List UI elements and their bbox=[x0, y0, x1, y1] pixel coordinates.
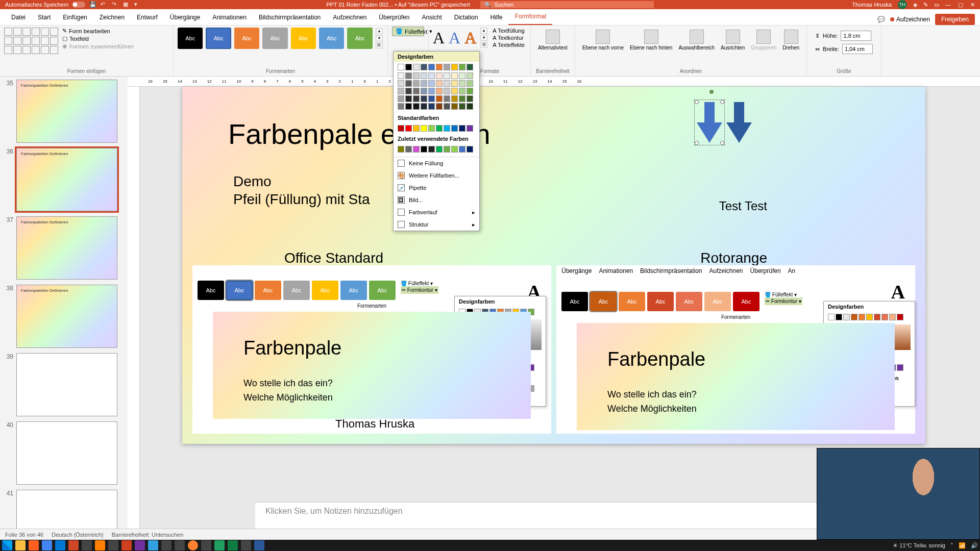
thumbnail-slide[interactable] bbox=[16, 490, 117, 529]
color-swatch[interactable] bbox=[421, 72, 427, 79]
color-swatch[interactable] bbox=[405, 88, 412, 94]
tab-bildschirm[interactable]: Bildschirmpräsentation bbox=[253, 10, 327, 25]
redo-icon[interactable]: ↷ bbox=[112, 1, 119, 8]
drehen-button[interactable]: Drehen bbox=[779, 28, 802, 53]
color-swatch[interactable] bbox=[451, 72, 458, 79]
color-swatch[interactable] bbox=[405, 64, 412, 70]
thumbnail-item[interactable]: 39 bbox=[3, 353, 125, 416]
shape-icon[interactable] bbox=[22, 46, 31, 54]
color-swatch[interactable] bbox=[451, 103, 458, 110]
color-swatch[interactable] bbox=[421, 103, 427, 110]
color-swatch[interactable] bbox=[413, 146, 420, 153]
rotation-handle[interactable] bbox=[709, 90, 714, 94]
comment-icon[interactable]: 💬 bbox=[877, 16, 885, 23]
color-swatch[interactable] bbox=[398, 95, 404, 102]
color-swatch[interactable] bbox=[444, 88, 450, 94]
color-swatch[interactable] bbox=[413, 80, 420, 87]
thumbnail-slide[interactable]: Farbenpaletten Definieren bbox=[16, 148, 117, 211]
style-swatch-gray[interactable]: Abc bbox=[262, 28, 287, 49]
window-icon[interactable]: ▭ bbox=[934, 2, 939, 8]
weitere-farben-item[interactable]: 🎨Weitere Füllfarben... bbox=[394, 169, 479, 182]
shape-icon[interactable] bbox=[13, 46, 21, 54]
style-swatch-blue2[interactable]: Abc bbox=[319, 28, 344, 49]
arrow-shape[interactable] bbox=[726, 102, 752, 143]
color-swatch[interactable] bbox=[451, 80, 458, 87]
tab-entwurf[interactable]: Entwurf bbox=[131, 10, 164, 25]
taskbar-app-icon[interactable] bbox=[121, 540, 132, 550]
taskbar-firefox-icon[interactable] bbox=[29, 540, 39, 550]
filename[interactable]: PPT 01 Roter Faden 002... • Auf "diesem … bbox=[326, 2, 470, 8]
taskbar-telegram-icon[interactable] bbox=[148, 540, 158, 550]
tray-wifi-icon[interactable]: 📶 bbox=[959, 542, 966, 549]
taskbar-word-icon[interactable] bbox=[254, 540, 264, 550]
qat-dropdown-icon[interactable]: ▾ bbox=[134, 1, 141, 8]
color-swatch[interactable] bbox=[405, 72, 412, 79]
color-swatch[interactable] bbox=[459, 72, 465, 79]
color-swatch[interactable] bbox=[436, 103, 443, 110]
pipette-item[interactable]: 💉Pipette bbox=[394, 182, 479, 194]
style-swatch-black[interactable]: Abc bbox=[178, 28, 203, 49]
color-swatch[interactable] bbox=[459, 80, 465, 87]
start-button[interactable] bbox=[2, 540, 12, 550]
color-swatch[interactable] bbox=[398, 125, 404, 132]
style-swatch-yellow[interactable]: Abc bbox=[291, 28, 316, 49]
color-swatch[interactable] bbox=[444, 64, 450, 70]
color-swatch[interactable] bbox=[413, 72, 420, 79]
shape-icon[interactable] bbox=[4, 46, 12, 54]
color-swatch[interactable] bbox=[421, 64, 427, 70]
status-accessibility[interactable]: Barrierefreiheit: Untersuchen bbox=[112, 532, 184, 538]
arrow-shape[interactable] bbox=[697, 102, 722, 143]
color-swatch[interactable] bbox=[398, 88, 404, 94]
color-swatch[interactable] bbox=[436, 72, 443, 79]
width-input[interactable] bbox=[842, 44, 873, 54]
color-swatch[interactable] bbox=[459, 95, 465, 102]
tab-ansicht[interactable]: Ansicht bbox=[415, 10, 448, 25]
color-swatch[interactable] bbox=[444, 103, 450, 110]
save-icon[interactable]: 💾 bbox=[89, 1, 96, 8]
color-swatch[interactable] bbox=[451, 95, 458, 102]
diamond-icon[interactable]: ◈ bbox=[913, 2, 917, 8]
textfuellung-button[interactable]: A Textfüllung bbox=[493, 28, 525, 34]
taskbar-chrome-icon[interactable] bbox=[42, 540, 52, 550]
auswahlbereich-button[interactable]: Auswahlbereich bbox=[675, 28, 718, 53]
record-button[interactable]: Aufzeichnen bbox=[890, 16, 930, 23]
color-swatch[interactable] bbox=[421, 95, 427, 102]
color-swatch[interactable] bbox=[428, 103, 435, 110]
color-swatch[interactable] bbox=[467, 88, 473, 94]
color-swatch[interactable] bbox=[451, 88, 458, 94]
tab-ueberpruefen[interactable]: Überprüfen bbox=[373, 10, 415, 25]
thumbnail-slide[interactable]: Farbenpaletten Definieren bbox=[16, 80, 117, 143]
color-swatch[interactable] bbox=[436, 146, 443, 153]
selection-handle[interactable] bbox=[695, 141, 699, 145]
form-bearbeiten-button[interactable]: ✎Form bearbeiten bbox=[62, 28, 134, 34]
minimize-icon[interactable]: — bbox=[945, 2, 951, 8]
taskbar-vlc-icon[interactable] bbox=[95, 540, 105, 550]
wa-more-icon[interactable]: ⊟ bbox=[480, 42, 487, 48]
thumbnail-slide[interactable]: Farbenpaletten Definieren bbox=[16, 216, 117, 280]
color-swatch[interactable] bbox=[428, 80, 435, 87]
thumbnail-slide[interactable] bbox=[16, 421, 117, 485]
close-icon[interactable]: ✕ bbox=[970, 2, 975, 8]
search-box[interactable]: 🔍 Suchen bbox=[480, 1, 654, 8]
color-swatch[interactable] bbox=[398, 146, 404, 153]
color-swatch[interactable] bbox=[444, 80, 450, 87]
color-swatch[interactable] bbox=[467, 95, 473, 102]
tab-start[interactable]: Start bbox=[32, 10, 57, 25]
undo-icon[interactable]: ↶ bbox=[101, 1, 108, 8]
style-more-icon[interactable]: ⊟ bbox=[376, 42, 383, 48]
status-language[interactable]: Deutsch (Österreich) bbox=[52, 532, 103, 538]
color-swatch[interactable] bbox=[413, 95, 420, 102]
shape-icon[interactable] bbox=[13, 28, 21, 36]
style-swatch-orange[interactable]: Abc bbox=[234, 28, 259, 49]
color-swatch[interactable] bbox=[459, 103, 465, 110]
style-down-icon[interactable]: ▾ bbox=[376, 35, 383, 41]
shape-icon[interactable] bbox=[32, 46, 40, 54]
taskbar-app-icon[interactable] bbox=[175, 540, 185, 550]
height-input[interactable] bbox=[841, 31, 871, 41]
thumbnail-slide[interactable] bbox=[16, 353, 117, 416]
taskbar-app-icon[interactable] bbox=[108, 540, 118, 550]
taskbar-app-icon[interactable] bbox=[82, 540, 92, 550]
taskbar-app-icon[interactable] bbox=[188, 540, 198, 550]
shape-icon[interactable] bbox=[41, 28, 49, 36]
color-swatch[interactable] bbox=[428, 72, 435, 79]
